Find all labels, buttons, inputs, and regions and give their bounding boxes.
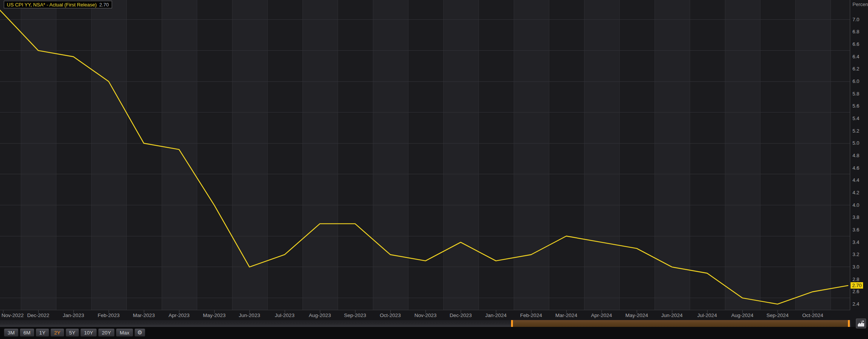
x-axis-tick-label: Mar-2023 — [133, 312, 155, 318]
x-axis-tick-label: Aug-2023 — [309, 312, 331, 318]
range-button-6m[interactable]: 6M — [20, 328, 34, 337]
chart-settings-button[interactable]: ⚙ — [134, 328, 145, 337]
gear-icon: ⚙ — [137, 329, 142, 336]
x-axis-tick-label: Apr-2024 — [591, 312, 612, 318]
y-axis-unit-label: Percent — [852, 2, 868, 7]
range-button-20y[interactable]: 20Y — [98, 328, 115, 337]
range-button-max[interactable]: Max — [116, 328, 133, 337]
y-axis-tick-label: 6.6 — [852, 41, 859, 47]
x-axis-tick-label: Sep-2023 — [344, 312, 366, 318]
y-axis-tick-label: 5.4 — [852, 116, 859, 121]
x-axis-tick-label: Oct-2023 — [380, 312, 401, 318]
y-axis-tick-label: 6.0 — [852, 78, 859, 84]
x-axis-tick-label: Feb-2023 — [98, 312, 120, 318]
y-axis-tick-label: 3.2 — [852, 252, 859, 257]
x-axis-tick-label: Apr-2023 — [168, 312, 190, 318]
scrollbar-right-handle[interactable] — [848, 320, 850, 327]
x-axis-tick-label: Aug-2024 — [731, 312, 754, 318]
cpi-line-series — [0, 0, 850, 310]
y-axis-tick-label: 4.6 — [852, 165, 859, 171]
y-axis-tick-label: 5.0 — [852, 140, 859, 146]
x-axis-tick-label: May-2024 — [625, 312, 648, 318]
x-axis-tick-label: Nov-2023 — [415, 312, 437, 318]
x-axis-tick-label: Mar-2024 — [555, 312, 577, 318]
jump-to-latest-icon — [857, 320, 865, 327]
y-axis-tick-label: 5.8 — [852, 91, 859, 97]
y-axis-tick-label: 4.0 — [852, 202, 859, 208]
series-legend-label: US CPI YY, NSA* - Actual (First Release) — [7, 2, 97, 8]
y-axis-tick-label: 3.6 — [852, 227, 859, 233]
plot-area[interactable] — [0, 0, 850, 310]
y-axis-tick-label: 5.2 — [852, 128, 859, 134]
x-axis-tick-label: Nov-2022 — [2, 312, 24, 318]
range-toolbar: 3M6M1Y2Y5Y10Y20YMax⚙ — [4, 328, 145, 337]
y-axis-tick-label: 4.4 — [852, 177, 859, 183]
x-axis-tick-label: Jul-2023 — [275, 312, 295, 318]
y-axis-tick-label: 2.4 — [852, 301, 859, 307]
y-axis-tick-label: 2.8 — [852, 277, 859, 282]
x-axis-tick-label: Jul-2024 — [697, 312, 717, 318]
y-axis-tick-label: 3.8 — [852, 214, 859, 220]
y-axis-tick-label: 3.4 — [852, 239, 859, 245]
y-axis-tick-label: 6.8 — [852, 29, 859, 34]
range-button-2y[interactable]: 2Y — [50, 328, 64, 337]
y-axis-tick-label: 7.0 — [852, 17, 859, 22]
y-axis-tick-label: 6.2 — [852, 66, 859, 72]
x-axis-tick-label: Jan-2023 — [63, 312, 84, 318]
series-legend[interactable]: US CPI YY, NSA* - Actual (First Release)… — [4, 1, 112, 8]
y-axis-tick-label: 5.6 — [852, 103, 859, 109]
y-axis-tick-label: 4.2 — [852, 190, 859, 195]
x-axis-tick-label: Dec-2023 — [450, 312, 472, 318]
scrollbar-left-handle[interactable] — [511, 320, 513, 327]
y-axis-tick-label: 2.6 — [852, 289, 859, 294]
x-axis-tick-label: Feb-2024 — [520, 312, 542, 318]
time-range-scrollbar[interactable] — [0, 320, 851, 327]
y-axis-tick-label: 3.0 — [852, 264, 859, 270]
x-axis-tick-label: Sep-2024 — [767, 312, 789, 318]
x-axis-tick-label: May-2023 — [203, 312, 226, 318]
range-button-5y[interactable]: 5Y — [65, 328, 79, 337]
y-axis-line — [850, 0, 850, 310]
x-axis-tick-label: Jun-2024 — [661, 312, 683, 318]
jump-to-latest-button[interactable] — [856, 319, 866, 328]
range-button-1y[interactable]: 1Y — [36, 328, 50, 337]
scrollbar-selected-region[interactable] — [511, 320, 850, 327]
x-axis-tick-label: Jan-2024 — [485, 312, 506, 318]
x-axis-tick-label: Dec-2022 — [27, 312, 50, 318]
series-legend-value: 2.70 — [99, 2, 109, 8]
range-button-3m[interactable]: 3M — [4, 328, 19, 337]
current-value-marker: 2.70 — [851, 282, 863, 289]
y-axis-tick-label: 4.8 — [852, 153, 859, 158]
chart-window: US CPI YY, NSA* - Actual (First Release)… — [0, 0, 868, 339]
y-axis-tick-label: 6.4 — [852, 54, 859, 59]
range-button-10y[interactable]: 10Y — [80, 328, 97, 337]
x-axis-tick-label: Jun-2023 — [239, 312, 260, 318]
x-axis-tick-label: Oct-2024 — [802, 312, 823, 318]
